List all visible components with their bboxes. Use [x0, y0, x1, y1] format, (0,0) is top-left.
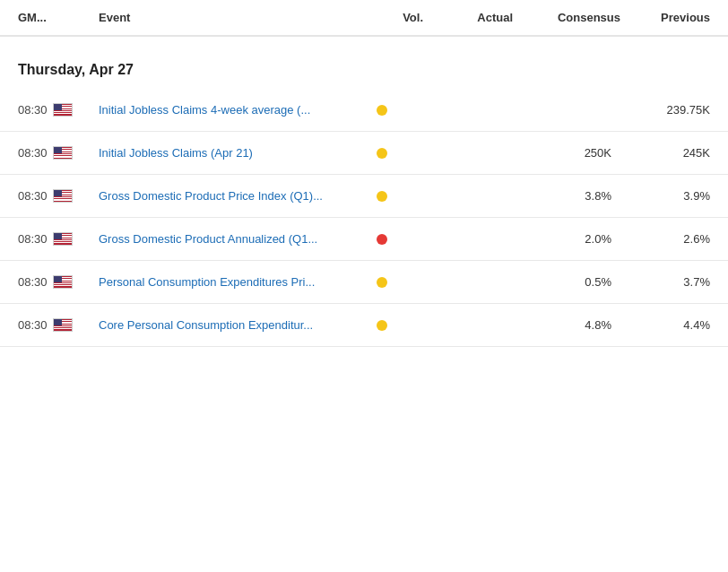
time-value: 08:30	[18, 146, 48, 160]
economic-calendar-table: GM... Event Vol. Actual Consensus Previo…	[0, 0, 728, 347]
table-row: 08:30 Core Personal Consumption Expendit…	[0, 304, 728, 347]
previous-value: 245K	[620, 146, 710, 160]
us-flag-icon	[53, 146, 73, 160]
event-name[interactable]: Gross Domestic Product Price Index (Q1).…	[99, 189, 369, 203]
time-flag-cell: 08:30	[18, 189, 99, 203]
consensus-value: 2.0%	[513, 232, 620, 246]
volatility-dot	[377, 320, 387, 331]
volatility-dot	[377, 277, 387, 288]
col-header-gm: GM...	[18, 11, 99, 24]
consensus-value: 3.8%	[513, 189, 620, 203]
us-flag-icon	[53, 103, 73, 117]
event-name[interactable]: Initial Jobless Claims 4-week average (.…	[99, 103, 369, 117]
time-flag-cell: 08:30	[18, 275, 99, 289]
volatility-cell	[369, 105, 423, 116]
time-value: 08:30	[18, 189, 48, 203]
time-flag-cell: 08:30	[18, 318, 99, 332]
volatility-cell	[369, 234, 423, 245]
volatility-dot	[377, 148, 387, 159]
table-header: GM... Event Vol. Actual Consensus Previo…	[0, 0, 728, 37]
table-row: 08:30 Initial Jobless Claims (Apr 21) 25…	[0, 132, 728, 175]
time-flag-cell: 08:30	[18, 232, 99, 246]
table-row: 08:30 Gross Domestic Product Price Index…	[0, 175, 728, 218]
consensus-value: 0.5%	[513, 275, 620, 289]
table-row: 08:30 Personal Consumption Expenditures …	[0, 261, 728, 304]
event-name[interactable]: Personal Consumption Expenditures Pri...	[99, 275, 369, 289]
previous-value: 4.4%	[620, 318, 710, 332]
time-flag-cell: 08:30	[18, 146, 99, 160]
col-header-vol: Vol.	[369, 11, 423, 24]
previous-value: 239.75K	[620, 103, 710, 117]
time-value: 08:30	[18, 103, 48, 117]
volatility-cell	[369, 277, 423, 288]
us-flag-icon	[53, 318, 73, 332]
time-value: 08:30	[18, 318, 48, 332]
col-header-previous: Previous	[620, 11, 710, 24]
event-name[interactable]: Gross Domestic Product Annualized (Q1...	[99, 232, 369, 246]
volatility-dot	[377, 234, 387, 245]
col-header-consensus: Consensus	[513, 11, 620, 24]
table-row: 08:30 Gross Domestic Product Annualized …	[0, 218, 728, 261]
volatility-cell	[369, 148, 423, 159]
event-name[interactable]: Core Personal Consumption Expenditur...	[99, 318, 369, 332]
time-flag-cell: 08:30	[18, 103, 99, 117]
volatility-cell	[369, 320, 423, 331]
previous-value: 2.6%	[620, 232, 710, 246]
time-value: 08:30	[18, 232, 48, 246]
us-flag-icon	[53, 275, 73, 289]
volatility-cell	[369, 191, 423, 202]
previous-value: 3.7%	[620, 275, 710, 289]
us-flag-icon	[53, 232, 73, 246]
col-header-actual: Actual	[423, 11, 513, 24]
us-flag-icon	[53, 189, 73, 203]
event-name[interactable]: Initial Jobless Claims (Apr 21)	[99, 146, 369, 160]
previous-value: 3.9%	[620, 189, 710, 203]
consensus-value: 4.8%	[513, 318, 620, 332]
time-value: 08:30	[18, 275, 48, 289]
volatility-dot	[377, 105, 387, 116]
section-date-label: Thursday, Apr 27	[0, 37, 728, 89]
consensus-value: 250K	[513, 146, 620, 160]
volatility-dot	[377, 191, 387, 202]
table-row: 08:30 Initial Jobless Claims 4-week aver…	[0, 89, 728, 132]
col-header-event: Event	[99, 11, 369, 24]
rows-container: 08:30 Initial Jobless Claims 4-week aver…	[0, 89, 728, 347]
